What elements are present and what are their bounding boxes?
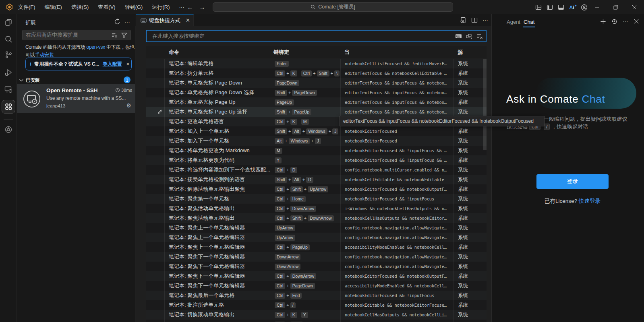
search-icon[interactable] (4, 35, 13, 43)
run-debug-icon[interactable] (4, 68, 13, 77)
panel-more-icon[interactable]: ··· (623, 18, 628, 25)
notice-close-icon[interactable]: ✕ (126, 62, 130, 67)
sort-precedence-icon[interactable] (466, 33, 472, 39)
column-when[interactable]: 当 (344, 46, 350, 58)
open-vsx-link[interactable]: open-vsx (87, 44, 105, 50)
keybinding-row[interactable]: 笔记本: 拆分单元格Ctrl+KCtrl+Shift+\editorTextFo… (146, 68, 487, 78)
keybinding-row[interactable]: 笔记本: 聚焦最后一个单元格Ctrl+EndnotebookEditorFocu… (146, 291, 487, 300)
new-chat-icon[interactable] (600, 19, 606, 25)
restore-button[interactable] (607, 0, 625, 14)
login-button[interactable]: 登录 (536, 174, 609, 189)
menu-查看(V)[interactable]: 查看(V) (95, 2, 118, 12)
keybinding-row[interactable]: 笔记本: 切换滚动单元格输出Ctrl+KYnotebookCellHasOutp… (146, 310, 487, 320)
key-chip: Alt (292, 177, 301, 183)
editor-more-actions-icon[interactable]: ··· (482, 17, 488, 23)
open-preview-icon[interactable] (460, 17, 466, 23)
edit-keybinding-icon[interactable] (157, 109, 163, 115)
keybinding-row[interactable]: 笔记本: 聚焦下一个单元格编辑器Ctrl+DownArrownotebookEd… (146, 271, 487, 281)
key-chip: M (301, 119, 309, 125)
source-cell: 系统 (453, 271, 487, 281)
tab-chat[interactable]: Chat (524, 19, 534, 25)
tab-agent[interactable]: Agent (507, 19, 520, 25)
when-cell: notebookEditorFocused && !inputFocus (340, 194, 453, 204)
keybinding-row[interactable]: 笔记本: 接受单元格检测到的语言Shift+Alt+DnotebookCellE… (146, 175, 487, 184)
keybinding-row[interactable]: 笔记本: 加入下一个单元格Alt+Windows+JnotebookEditor… (146, 136, 487, 146)
menu-转到(G)[interactable]: 转到(G) (122, 2, 146, 12)
table-scrollbar[interactable] (483, 59, 487, 150)
command-center[interactable]: Comate [管理员] (213, 2, 453, 12)
nav-back-icon[interactable]: ← (186, 3, 194, 11)
quick-login-link[interactable]: 快速登录 (579, 198, 601, 204)
tab-close-icon[interactable]: ✕ (186, 17, 190, 23)
toggle-panel-icon[interactable] (557, 3, 565, 11)
keybinding-row[interactable]: 笔记本: 聚焦下一个单元格编辑器DownArrowconfig.notebook… (146, 262, 487, 271)
menu-运行(R)[interactable]: 运行(R) (149, 2, 172, 12)
keybinding-row[interactable]: 笔记本: 聚焦上一个单元格编辑器UpArrowconfig.notebook.n… (146, 223, 487, 233)
clear-icon[interactable] (112, 32, 118, 38)
source-cell: 系统 (453, 281, 487, 291)
toggle-sidebar-icon[interactable] (546, 3, 554, 11)
account-icon[interactable] (580, 3, 588, 11)
history-icon[interactable] (611, 19, 617, 25)
keybinding-row[interactable]: 笔记本: 将选择内容添加到下一个查找匹配...Ctrl+Dconfig.note… (146, 165, 487, 175)
when-cell: config.notebook.multiCursor.enabled && n… (340, 165, 453, 175)
minimize-button[interactable] (588, 0, 607, 14)
keybinding-row[interactable]: 笔记本: 聚焦上一个单元格编辑器UpArrowconfig.notebook.n… (146, 233, 487, 242)
customize-layout-icon[interactable] (534, 3, 543, 11)
column-keybinding[interactable]: 键绑定 (273, 46, 289, 58)
clear-sort-icon[interactable] (476, 33, 483, 39)
source-control-icon[interactable] (4, 50, 13, 59)
installed-section-header[interactable]: 已安装 1 (19, 76, 134, 85)
keybinding-row[interactable]: 笔记本: 将单元格更改为代码YnotebookEditorFocused && … (146, 155, 487, 165)
keybinding-row[interactable]: 笔记本: 聚焦第一个单元格Ctrl+HomenotebookEditorFocu… (146, 194, 487, 204)
key-chip: Ctrl (275, 70, 285, 76)
refresh-icon[interactable] (114, 19, 120, 25)
row-gutter (146, 204, 164, 213)
keybinding-row[interactable]: 笔记本: 聚焦活动单元格输出Ctrl+Shift+DownArrownotebo… (146, 213, 487, 223)
extensions-icon[interactable] (4, 102, 13, 111)
keybinding-row[interactable]: 笔记本: 将单元格更改为 MarkdownMnotebookEditorFocu… (146, 146, 487, 155)
filter-icon[interactable] (121, 32, 127, 38)
keybinding-row[interactable]: 笔记本: 编辑单元格EnternotebookCellListFocused &… (146, 59, 487, 68)
column-source[interactable]: 源 (458, 46, 463, 58)
menu-···[interactable]: ··· (176, 3, 187, 11)
menu-编辑(E)[interactable]: 编辑(E) (42, 2, 65, 12)
keybinding-cell: Ctrl+DownArrow (272, 271, 340, 281)
keybinding-row[interactable]: 笔记本: 聚焦下一个单元格编辑器DownArrowconfig.notebook… (146, 252, 487, 262)
keybinding-row[interactable]: 笔记本: 解除活动单元格输出聚焦Ctrl+Shift+UpArrownotebo… (146, 184, 487, 194)
menu-选择(S)[interactable]: 选择(S) (68, 2, 91, 12)
split-editor-icon[interactable] (471, 17, 478, 23)
keybinding-row[interactable]: 笔记本: 单元格光标 Page DownPageDowneditorTextFo… (146, 78, 487, 88)
key-chip: Shift (275, 128, 287, 134)
remote-explorer-icon[interactable] (4, 85, 13, 94)
menu-文件(F)[interactable]: 文件(F) (15, 2, 38, 12)
record-keys-keyboard-icon[interactable] (455, 33, 462, 39)
extension-name: Open Remote - SSH (46, 87, 98, 93)
keybinding-row[interactable]: 笔记本: 批注所选单元格Ctrl+/notebookEditable && no… (146, 300, 487, 310)
browser-icon[interactable] (4, 125, 13, 134)
panel-close-icon[interactable] (634, 19, 639, 24)
explorer-icon[interactable] (4, 18, 13, 27)
keybinding-row[interactable]: 笔记本: 单元格光标 Page Down 选择Shift+PageDownedi… (146, 88, 487, 97)
extension-author: jeanp413 (46, 103, 65, 108)
nav-forward-icon[interactable]: → (198, 3, 206, 11)
keybinding-row[interactable]: 笔记本: 加入上一个单元格Shift+Alt+Windows+Jnotebook… (146, 126, 487, 136)
keybinding-row[interactable]: 笔记本: 聚焦活动单元格输出Ctrl+DownArrowisWindows &&… (146, 204, 487, 213)
import-config-link[interactable]: 导入配置 (103, 61, 122, 68)
more-actions-icon[interactable]: ··· (124, 19, 130, 25)
keybinding-row[interactable]: 笔记本: 聚焦下一个单元格编辑器Ctrl+PageDownaccessibili… (146, 281, 487, 291)
extension-list-item[interactable]: Open Remote - SSH 38ms Use any remote ma… (17, 84, 135, 113)
keybinding-row[interactable]: 笔记本: 聚焦上一个单元格编辑器Ctrl+PageUpaccessibility… (146, 242, 487, 252)
ai-assistant-icon[interactable]: Ai✦ (568, 3, 578, 11)
tab-keyboard-shortcuts[interactable]: 键盘快捷方式 ✕ (136, 14, 194, 26)
column-command[interactable]: 命令 (169, 46, 179, 58)
keybinding-row[interactable]: 笔记本: 单元格光标 Page Up 选择Shift+PageUpeditorT… (146, 107, 487, 117)
keybinding-row[interactable]: 笔记本: 单元格光标 Page UpPageUpeditorTextFocus … (146, 97, 487, 107)
gear-icon[interactable]: ⚙ (126, 102, 131, 109)
keybinding-row[interactable]: Ctrl+Shift (146, 320, 487, 322)
extensions-search-input[interactable]: 在应用商店中搜索扩展 (22, 30, 131, 40)
keybinding-search-input[interactable]: 在此键入搜索按键绑定 (146, 30, 487, 42)
key-chip: Ctrl (275, 196, 285, 202)
manual-install-link[interactable]: 手动安装 (35, 52, 54, 58)
close-button[interactable] (625, 0, 644, 14)
